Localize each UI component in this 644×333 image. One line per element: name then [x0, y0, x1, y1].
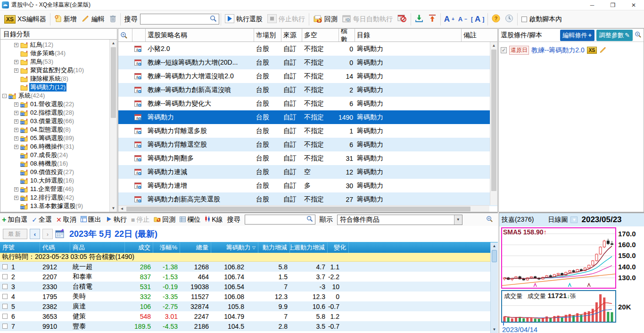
row-checkbox[interactable] [2, 314, 8, 319]
edit-condition-button[interactable]: 編輯條件+ [560, 30, 595, 41]
tree-item-02.指標選股[interactable]: +SYS02.指標選股(28) [0, 108, 109, 117]
zoom-icon[interactable] [486, 216, 493, 224]
run-button[interactable]: 執行 [106, 216, 127, 224]
daily-auto-run-button[interactable]: 8 每日自動執行 [340, 13, 395, 25]
minimize-button[interactable]: ─ [582, 0, 603, 10]
strategy-table-vscrollbar[interactable]: ▲ [490, 42, 497, 205]
condition-checkbox[interactable]: ✓ [501, 47, 507, 53]
col-folder[interactable]: 目錄 [355, 29, 462, 42]
tree-expander[interactable]: + [14, 128, 18, 132]
tree-expander[interactable]: + [14, 196, 18, 200]
results-row-豐泰[interactable]: 79910豐泰189.5-4.532186104.52.83.5-0.7 [0, 321, 498, 331]
results-col-成交[interactable]: 成交 [125, 242, 153, 253]
tree-expander[interactable]: + [14, 145, 18, 149]
tree-scrollbar[interactable]: ▲ ▼ [109, 40, 117, 212]
tree-expander[interactable]: + [14, 60, 18, 64]
zoom-icon[interactable] [635, 31, 642, 40]
backtest-button[interactable]: 回測 [154, 216, 175, 224]
chart-period[interactable]: 日線圖 [548, 216, 568, 224]
launch-script-checkbox[interactable]: 啟動腳本內 [519, 14, 564, 25]
strategy-row-籌碼動力背離選多股[interactable]: 8籌碼動力背離選多股台股自訂不指定1籌碼動力 [118, 124, 497, 138]
results-col-變化[interactable]: 變化 [328, 242, 349, 253]
export-button[interactable] [426, 13, 439, 25]
edit-pencil-icon[interactable] [599, 46, 607, 55]
results-row-台積電[interactable]: 32330台積電531-0.1919038106.547-310 [0, 282, 498, 291]
strategy-row-籌碼動力連增[interactable]: 8籌碼動力連增台股自訂多30籌碼動力 [118, 179, 497, 192]
tree-item-12.排行選股[interactable]: +SYS12.排行選股(42) [0, 193, 109, 202]
results-col-商品[interactable]: 商品 [70, 242, 125, 253]
results-search-input[interactable] [247, 216, 306, 223]
col-direction[interactable]: 多空 [302, 29, 339, 42]
add-watchlist-button[interactable]: +加自選 [2, 216, 27, 224]
cancel-schedule-button[interactable]: 8 [395, 13, 409, 25]
new-button[interactable]: 新增 [52, 13, 79, 25]
row-checkbox[interactable] [2, 284, 8, 289]
col-source[interactable]: 來源 [281, 29, 302, 42]
import-button[interactable] [413, 13, 426, 25]
font-reset-button[interactable]: [A] [469, 15, 486, 24]
tree-expander[interactable]: + [14, 119, 18, 124]
results-row-健策[interactable]: 63653健策5483.012247104.7975.81.2 [0, 311, 498, 321]
col-count[interactable]: 檔數 [339, 29, 355, 42]
strategy-row-教練--短線籌碼動力大增(20D...[interactable]: 8教練--短線籌碼動力大增(20D...台股自訂不指定0籌碼動力 [118, 56, 497, 69]
latest-button[interactable]: 最新 [3, 229, 27, 239]
condition-item[interactable]: ✓ 還原日 教練--籌碼動力2.0 XS [499, 42, 644, 58]
strategy-row-籌碼動力剛翻多[interactable]: 8籌碼動力剛翻多台股自訂不指定31籌碼動力 [118, 151, 497, 165]
tree-item-13.基本數據選股[interactable]: SYS13.基本數據選股(9) [0, 202, 109, 210]
run-screening-button[interactable]: 執行選股 [223, 13, 265, 26]
chevron-down-icon[interactable]: ▼ [454, 215, 462, 225]
tree-item-10.大師選股[interactable]: SYS10.大師選股(16) [0, 176, 109, 185]
tree-item-04.型態選股[interactable]: +SYS04.型態選股(8) [0, 125, 109, 134]
tree-expander[interactable]: + [14, 68, 18, 73]
search-icon[interactable] [306, 216, 313, 224]
tree-item-07.成長股[interactable]: SYS07.成長股(24) [0, 151, 109, 159]
results-scrollbar[interactable]: ▲ ▼ [490, 242, 498, 333]
select-all-button[interactable]: ✓全選 [32, 216, 52, 224]
results-col-代碼[interactable]: 代碼 [40, 242, 70, 253]
results-col-動力增減[interactable]: 動力增減 [258, 242, 290, 253]
close-button[interactable]: ✕ [623, 0, 644, 10]
tree-item-系統[interactable]: -SYS系統(424) [0, 92, 109, 100]
delete-button[interactable] [107, 13, 119, 25]
adjust-params-button[interactable]: 調整參數✎ [596, 30, 633, 41]
scroll-down-icon[interactable]: ▼ [491, 326, 498, 333]
search-icon[interactable] [210, 15, 217, 24]
tree-item-08.轉機股[interactable]: SYS08.轉機股(16) [0, 159, 109, 168]
stop-button[interactable]: ■停止 [131, 216, 149, 224]
scroll-up-icon[interactable]: ▲ [110, 40, 117, 47]
edit-button[interactable]: 編輯 [79, 13, 107, 25]
zoom-icon[interactable] [118, 29, 132, 42]
strategy-row-教練--籌碼動力大增還沒噴2.0[interactable]: 8教練--籌碼動力大增還沒噴2.0台股自訂不指定14籌碼動力 [118, 69, 497, 83]
chart-symbol[interactable]: 技嘉(2376) [502, 216, 534, 224]
export-button[interactable]: 匯出 [81, 216, 101, 224]
columns-button[interactable]: 欄位 [180, 216, 200, 224]
tree-item-05.籌碼選股[interactable]: +SYS05.籌碼選股(89) [0, 134, 109, 142]
backtest-button[interactable]: 回測 [311, 13, 340, 25]
tree-item-賺除權系統[interactable]: 賺除權系統(8) [0, 75, 109, 83]
results-row-統一超[interactable]: 12912統一超286-1.381268106.825.84.71.1 [0, 262, 498, 272]
results-row-廣達[interactable]: 52382廣達106-2.7532874105.89.910.6-0.7 [0, 301, 498, 311]
strategy-row-籌碼動力創新高完美選股[interactable]: 8籌碼動力創新高完美選股台股自訂不指定27籌碼動力 [118, 192, 497, 206]
row-checkbox[interactable] [2, 324, 8, 329]
strategy-row-教練--籌碼動力創新高還沒噴[interactable]: 8教練--籌碼動力創新高還沒噴台股自訂不指定2籌碼動力 [118, 83, 497, 97]
col-market[interactable]: 市場別 [254, 29, 281, 42]
strategy-search-input[interactable] [140, 14, 219, 25]
row-checkbox[interactable] [2, 294, 8, 299]
strategy-row-小豬2.0[interactable]: 8小豬2.0台股自訂不指定0籌碼動力 [118, 42, 497, 56]
strategy-row-教練--籌碼動力變化大[interactable]: 8教練--籌碼動力變化大台股自訂不指定6籌碼動力 [118, 97, 497, 110]
next-day-button[interactable]: › [42, 229, 53, 239]
tree-expander[interactable]: + [14, 111, 18, 115]
stop-screening-button[interactable]: 停止執行 [265, 13, 307, 26]
display-select[interactable]: 符合條件商品 ▼ [337, 215, 462, 225]
results-col-上週動力增減[interactable]: 上週動力增減 [290, 242, 328, 253]
scroll-down-icon[interactable]: ▼ [110, 205, 117, 212]
strategy-row-籌碼動力背離選空股[interactable]: 8籌碼動力背離選空股台股自訂不指定6籌碼動力 [118, 138, 497, 151]
results-col-漲幅%[interactable]: 漲幅% [153, 242, 180, 253]
strategy-table-hscrollbar[interactable]: ◄ [118, 205, 489, 212]
chevron-down-icon[interactable]: ▼ [570, 216, 578, 223]
results-col-籌碼動力[interactable]: 籌碼動力 ▽ [211, 242, 258, 253]
help-button[interactable]: ? [489, 13, 503, 25]
kline-button[interactable]: K線 [205, 216, 223, 224]
results-row-美時[interactable]: 41795美時332-3.3511527106.0812.312.30 [0, 291, 498, 301]
scroll-left-icon[interactable]: ◄ [118, 207, 125, 211]
